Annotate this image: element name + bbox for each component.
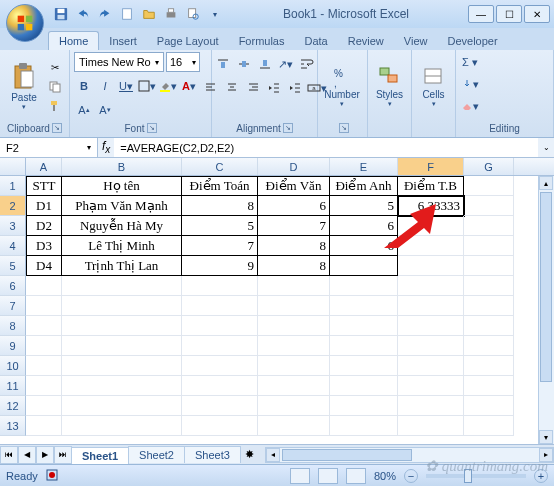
cell[interactable]: Điểm Anh	[330, 176, 398, 196]
cell[interactable]: Trịnh Thị Lan	[62, 256, 182, 276]
align-right-button[interactable]	[243, 78, 263, 98]
cell[interactable]	[26, 356, 62, 376]
column-header[interactable]: D	[258, 158, 330, 175]
ribbon-tab-formulas[interactable]: Formulas	[229, 32, 295, 50]
sheet-tab[interactable]: Sheet3	[184, 446, 241, 463]
align-top-button[interactable]	[213, 54, 233, 74]
new-sheet-button[interactable]: ✸	[241, 448, 259, 461]
cell[interactable]	[464, 316, 514, 336]
cell[interactable]: Điểm Toán	[182, 176, 258, 196]
minimize-button[interactable]: —	[468, 5, 494, 23]
align-bottom-button[interactable]	[255, 54, 275, 74]
cell[interactable]: 7	[182, 236, 258, 256]
cell[interactable]	[464, 296, 514, 316]
row-header[interactable]: 7	[0, 296, 26, 316]
cell[interactable]	[330, 296, 398, 316]
cell[interactable]	[258, 356, 330, 376]
cell[interactable]	[464, 376, 514, 396]
clipboard-dialog-launcher[interactable]: ↘	[52, 123, 62, 133]
cell[interactable]: Lê Thị Minh	[62, 236, 182, 256]
cell[interactable]	[258, 416, 330, 436]
fx-icon[interactable]: fx	[102, 139, 110, 155]
cell[interactable]: 8	[258, 256, 330, 276]
new-icon[interactable]	[118, 5, 136, 23]
cell[interactable]	[398, 216, 464, 236]
cell[interactable]: D1	[26, 196, 62, 216]
cell[interactable]: D3	[26, 236, 62, 256]
cell[interactable]	[62, 296, 182, 316]
cell[interactable]: Điểm T.B	[398, 176, 464, 196]
undo-icon[interactable]	[74, 5, 92, 23]
alignment-dialog-launcher[interactable]: ↘	[283, 123, 293, 133]
page-layout-view-button[interactable]	[318, 468, 338, 484]
formula-input[interactable]: =AVERAGE(C2,D2,E2)	[114, 138, 538, 157]
cell[interactable]	[182, 396, 258, 416]
align-left-button[interactable]	[201, 78, 221, 98]
cell[interactable]	[398, 316, 464, 336]
cell[interactable]	[330, 376, 398, 396]
cell[interactable]	[26, 416, 62, 436]
bold-button[interactable]: B	[74, 76, 94, 96]
cell[interactable]: 6	[330, 236, 398, 256]
vertical-scrollbar[interactable]: ▴ ▾	[538, 176, 554, 444]
formula-expand-icon[interactable]: ⌄	[538, 138, 554, 157]
cell[interactable]	[464, 396, 514, 416]
column-header[interactable]: B	[62, 158, 182, 175]
sheet-tab[interactable]: Sheet2	[128, 446, 185, 463]
cell[interactable]	[258, 336, 330, 356]
cell[interactable]	[182, 376, 258, 396]
normal-view-button[interactable]	[290, 468, 310, 484]
row-header[interactable]: 2	[0, 196, 26, 216]
row-header[interactable]: 8	[0, 316, 26, 336]
cells-button[interactable]: Cells▾	[416, 54, 451, 120]
sheet-nav-first-icon[interactable]: ⏮	[0, 446, 18, 464]
quick-print-icon[interactable]	[162, 5, 180, 23]
cell[interactable]: 5	[330, 196, 398, 216]
row-header[interactable]: 9	[0, 336, 26, 356]
align-middle-button[interactable]	[234, 54, 254, 74]
decrease-indent-button[interactable]	[264, 78, 284, 98]
row-header[interactable]: 4	[0, 236, 26, 256]
cell[interactable]	[26, 396, 62, 416]
row-header[interactable]: 5	[0, 256, 26, 276]
row-header[interactable]: 3	[0, 216, 26, 236]
cell[interactable]	[62, 336, 182, 356]
row-header[interactable]: 11	[0, 376, 26, 396]
office-button[interactable]	[6, 4, 44, 42]
row-header[interactable]: 10	[0, 356, 26, 376]
zoom-out-button[interactable]: −	[404, 469, 418, 483]
cell[interactable]	[330, 356, 398, 376]
sheet-nav-prev-icon[interactable]: ◀	[18, 446, 36, 464]
cell[interactable]	[398, 396, 464, 416]
paste-button[interactable]: Paste ▾	[4, 54, 44, 120]
cell[interactable]	[330, 256, 398, 276]
cell[interactable]	[330, 396, 398, 416]
cell[interactable]: 5	[182, 216, 258, 236]
format-painter-icon[interactable]	[46, 97, 64, 115]
cell[interactable]	[62, 316, 182, 336]
ribbon-tab-page-layout[interactable]: Page Layout	[147, 32, 229, 50]
ribbon-tab-data[interactable]: Data	[294, 32, 337, 50]
cell[interactable]	[258, 396, 330, 416]
cut-icon[interactable]: ✂	[46, 59, 64, 77]
cell[interactable]: D2	[26, 216, 62, 236]
cell[interactable]	[464, 196, 514, 216]
cell[interactable]	[464, 176, 514, 196]
row-header[interactable]: 6	[0, 276, 26, 296]
scroll-down-icon[interactable]: ▾	[539, 430, 553, 444]
wrap-text-button[interactable]	[297, 54, 317, 74]
ribbon-tab-review[interactable]: Review	[338, 32, 394, 50]
italic-button[interactable]: I	[95, 76, 115, 96]
cell[interactable]	[398, 256, 464, 276]
column-header[interactable]: F	[398, 158, 464, 175]
align-center-button[interactable]	[222, 78, 242, 98]
cell[interactable]: 8	[182, 196, 258, 216]
cell[interactable]	[464, 276, 514, 296]
cell[interactable]	[26, 376, 62, 396]
column-header[interactable]: G	[464, 158, 514, 175]
cell[interactable]	[398, 276, 464, 296]
qat-customize-icon[interactable]: ▾	[206, 5, 224, 23]
ribbon-tab-insert[interactable]: Insert	[99, 32, 147, 50]
cell[interactable]	[464, 416, 514, 436]
page-break-view-button[interactable]	[346, 468, 366, 484]
